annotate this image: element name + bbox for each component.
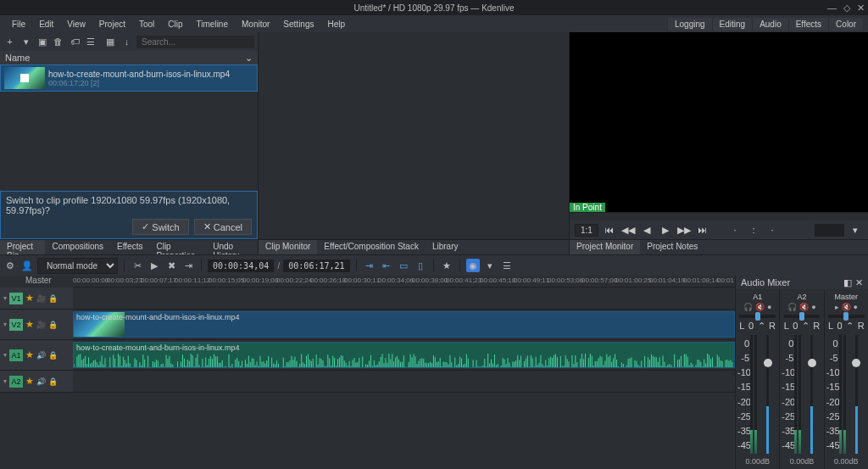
filter-icon[interactable]: ☰ xyxy=(85,35,97,48)
menu-timeline[interactable]: Timeline xyxy=(190,18,235,31)
add-clip-icon[interactable]: + xyxy=(3,35,16,48)
menu-clip[interactable]: Clip xyxy=(161,18,189,31)
mute-icon[interactable]: 🔇 xyxy=(842,303,851,311)
layout-tab-color[interactable]: Color xyxy=(828,18,863,31)
spacer-tool-icon[interactable]: ✖ xyxy=(164,259,178,272)
menu-view[interactable]: View xyxy=(60,18,92,31)
monitor-zoom-select[interactable]: 1:1 xyxy=(575,224,598,237)
tab-undo-history[interactable]: Undo History xyxy=(206,240,258,254)
record-icon[interactable]: ● xyxy=(854,303,858,311)
monitor-action1-icon[interactable]: · xyxy=(727,222,743,237)
track-content-v2[interactable]: how-to-create-mount-and-burn-isos-in-lin… xyxy=(73,310,735,339)
play-icon[interactable]: ▶ xyxy=(658,222,673,237)
menu-project[interactable]: Project xyxy=(92,18,132,31)
tab-effect-stack[interactable]: Effect/Composition Stack xyxy=(317,240,426,254)
cancel-button[interactable]: ✕Cancel xyxy=(194,219,252,235)
monitor-action3-icon[interactable]: · xyxy=(765,222,780,237)
chevron-icon[interactable]: ⌃ xyxy=(846,321,854,332)
track-head-a1[interactable]: ▾ A1 ★ 🔊 🔒 xyxy=(0,340,73,370)
mute-icon[interactable]: 🔊 xyxy=(36,351,46,360)
tag-icon[interactable]: 🏷 xyxy=(69,35,81,48)
monitor-timecode[interactable] xyxy=(815,224,844,237)
record-icon[interactable]: ● xyxy=(767,303,771,311)
folder-icon[interactable]: ▣ xyxy=(36,35,48,48)
minimize-icon[interactable]: — xyxy=(827,3,837,14)
track-head-v2[interactable]: ▾ V2 ★ 🎥 🔒 xyxy=(0,310,73,339)
pan-slider[interactable] xyxy=(739,315,776,318)
tab-library[interactable]: Library xyxy=(426,240,465,254)
ripple-tool-icon[interactable]: ⇥ xyxy=(181,259,195,272)
volume-fader[interactable] xyxy=(758,335,777,454)
rewind-start-icon[interactable]: ⏮ xyxy=(602,222,617,237)
expand-icon[interactable]: ▸ xyxy=(835,303,839,311)
star-icon[interactable]: ★ xyxy=(25,349,34,360)
razor-tool-icon[interactable]: ✂ xyxy=(131,259,144,272)
monitor-action2-icon[interactable]: : xyxy=(746,222,761,237)
preview-render-icon[interactable]: ◉ xyxy=(466,259,480,272)
track-content-a2[interactable] xyxy=(73,371,735,392)
zone-out-icon[interactable]: ⇤ xyxy=(380,259,393,272)
lock-icon[interactable]: 🔒 xyxy=(48,321,58,329)
select-tool-icon[interactable]: ▶ xyxy=(147,259,161,272)
insert-icon[interactable]: ▯ xyxy=(414,259,427,272)
menu-help[interactable]: Help xyxy=(321,18,353,31)
collapse-icon[interactable]: ▾ xyxy=(3,294,7,302)
mute-icon[interactable]: 🎥 xyxy=(36,294,46,303)
menu-edit[interactable]: Edit xyxy=(32,18,60,31)
track-head-v1[interactable]: ▾ V1 ★ 🎥 🔒 xyxy=(0,288,73,309)
collapse-icon[interactable]: ▾ xyxy=(3,351,7,359)
zone-in-icon[interactable]: ⇥ xyxy=(363,259,376,272)
collapse-icon[interactable]: ▾ xyxy=(3,321,7,328)
edit-mode-select[interactable]: Normal mode xyxy=(37,258,118,274)
pan-slider[interactable] xyxy=(784,315,821,318)
track-menu-icon[interactable]: 👤 xyxy=(20,259,34,272)
star-icon[interactable]: ★ xyxy=(25,376,34,387)
track-head-a2[interactable]: ▾ A2 ★ 🔊 🔒 xyxy=(0,371,73,392)
close-icon[interactable]: ✕ xyxy=(857,3,865,14)
headphones-icon[interactable]: 🎧 xyxy=(743,303,753,311)
lock-icon[interactable]: 🔒 xyxy=(48,294,58,303)
tab-effects[interactable]: Effects xyxy=(110,240,149,254)
menu-monitor[interactable]: Monitor xyxy=(235,18,276,31)
close-panel-icon[interactable]: ✕ xyxy=(855,277,863,288)
tab-clip-monitor[interactable]: Clip Monitor xyxy=(259,240,317,254)
mute-icon[interactable]: 🎥 xyxy=(36,321,46,329)
track-content-v1[interactable] xyxy=(73,288,735,309)
show-audio-icon[interactable]: ☰ xyxy=(500,259,514,272)
gear-icon[interactable]: ⚙ xyxy=(3,259,17,272)
layout-tab-editing[interactable]: Editing xyxy=(712,18,753,31)
dropdown-icon[interactable]: ▾ xyxy=(19,35,32,48)
view-mode-icon[interactable]: ▦ xyxy=(104,35,117,48)
search-input[interactable] xyxy=(136,36,254,48)
maximize-icon[interactable]: ◇ xyxy=(843,3,850,14)
bin-clip-row[interactable]: how-to-create-mount-and-burn-isos-in-lin… xyxy=(0,64,258,92)
menu-settings[interactable]: Settings xyxy=(276,18,320,31)
layout-tab-audio[interactable]: Audio xyxy=(752,18,788,31)
track-content-a1[interactable]: how-to-create-mount-and-burn-isos-in-lin… xyxy=(73,340,735,370)
tab-project-notes[interactable]: Project Notes xyxy=(640,240,704,254)
mute-icon[interactable]: 🔇 xyxy=(755,303,765,311)
collapse-icon[interactable]: ▾ xyxy=(3,377,7,385)
tab-project-bin[interactable]: Project Bin xyxy=(0,240,45,254)
tab-compositions[interactable]: Compositions xyxy=(45,240,110,254)
headphones-icon[interactable]: 🎧 xyxy=(787,303,797,311)
audio-clip[interactable]: how-to-create-mount-and-burn-isos-in-lin… xyxy=(73,342,735,368)
volume-fader[interactable] xyxy=(847,335,866,454)
frame-back-icon[interactable]: ◀ xyxy=(639,222,654,237)
tab-project-monitor[interactable]: Project Monitor xyxy=(570,240,640,254)
tab-clip-properties[interactable]: Clip Properties xyxy=(149,240,206,254)
menu-file[interactable]: File xyxy=(5,18,32,31)
menu-tool[interactable]: Tool xyxy=(132,18,161,31)
detach-icon[interactable]: ◧ xyxy=(843,277,852,288)
forward-end-icon[interactable]: ⏭ xyxy=(695,222,710,237)
favorite-icon[interactable]: ★ xyxy=(440,259,453,272)
sort-icon[interactable]: ↓ xyxy=(120,35,133,48)
chevron-icon[interactable]: ⌃ xyxy=(802,321,810,332)
volume-fader[interactable] xyxy=(802,335,821,454)
project-monitor-viewport[interactable]: In Point xyxy=(570,32,868,212)
switch-button[interactable]: ✓Switch xyxy=(132,219,188,235)
bin-list-header[interactable]: Name ⌄ xyxy=(0,51,258,64)
rewind-icon[interactable]: ◀◀ xyxy=(620,222,636,237)
record-icon[interactable]: ● xyxy=(811,303,815,311)
chevron-icon[interactable]: ⌃ xyxy=(758,321,765,332)
